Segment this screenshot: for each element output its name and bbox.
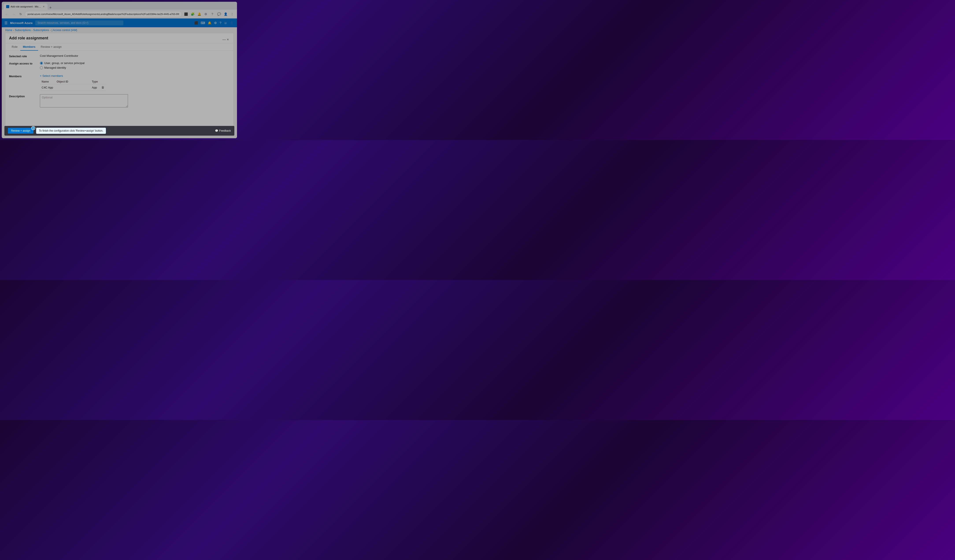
url-input[interactable]: [25, 11, 182, 17]
new-tab-button[interactable]: +: [48, 6, 53, 10]
tab-review-assign[interactable]: Review + assign: [38, 44, 64, 51]
radio-user-input[interactable]: [40, 62, 43, 65]
breadcrumb-sep2: ›: [31, 29, 32, 31]
selected-role-value: Cost Management Contributor: [40, 54, 78, 58]
radio-managed-option[interactable]: Managed identity: [40, 66, 85, 69]
tabs-container: Role Members Review + assign: [6, 44, 233, 51]
feedback-small-icon[interactable]: 💬: [216, 11, 222, 17]
breadcrumb: Home › Subscriptions › Subscriptions › |…: [2, 27, 237, 33]
table-row: C4C App App 🗑: [40, 84, 106, 91]
member-objectid: [55, 84, 90, 91]
description-textarea[interactable]: [40, 94, 128, 108]
selected-role-label: Selected role: [9, 54, 40, 58]
panel-header: Add role assignment — ×: [6, 33, 233, 44]
radio-managed-input[interactable]: [40, 66, 43, 69]
forward-button[interactable]: →: [11, 11, 17, 17]
feedback-icon: 💬: [215, 129, 218, 132]
azure-account-icon[interactable]: 👤: [229, 20, 234, 25]
col-header-type: Type: [90, 79, 100, 84]
breadcrumb-subscriptions2[interactable]: Subscriptions: [33, 29, 49, 32]
screenshot-icon[interactable]: ⬛: [183, 11, 189, 17]
azure-search-input[interactable]: [35, 20, 123, 25]
col-header-objectid: Object ID: [55, 79, 90, 84]
selected-role-row: Selected role Cost Management Contributo…: [9, 54, 230, 58]
azure-portal-icon[interactable]: ⬛: [193, 20, 199, 25]
description-row: Description: [9, 94, 230, 108]
assign-access-row: Assign access to User, group, or service…: [9, 61, 230, 71]
select-members-button[interactable]: + Select members: [40, 74, 63, 78]
member-name: C4C App: [40, 84, 55, 91]
azure-logo: Microsoft Azure: [10, 21, 33, 25]
members-table: Name Object ID Type C4C App: [40, 79, 106, 91]
back-button[interactable]: ←: [3, 11, 10, 17]
extensions-icon[interactable]: 🧩: [189, 11, 196, 17]
more-icon[interactable]: ⋮: [229, 11, 235, 17]
toolbar-icons: ⬛ 🧩 🔔 ⚙ ? 💬 👤 ⋮: [183, 11, 235, 17]
add-role-assignment-panel: Add role assignment — × Role Members Rev…: [5, 33, 233, 135]
description-label: Description: [9, 94, 40, 98]
members-label: Members: [9, 74, 40, 78]
review-assign-button[interactable]: Review + assign 8: [8, 128, 33, 134]
azure-notifications-icon[interactable]: 🔔: [207, 20, 212, 25]
tab-close-button[interactable]: ×: [42, 5, 45, 9]
settings-icon[interactable]: ⚙: [203, 11, 209, 17]
assign-access-options: User, group, or service principal Manage…: [40, 61, 85, 71]
account-icon[interactable]: 👤: [222, 11, 229, 17]
feedback-label: Feedback: [219, 129, 231, 132]
col-header-name: Name: [40, 79, 55, 84]
tab-title: Add role assignment - Micros...: [11, 5, 41, 8]
help-icon[interactable]: ?: [209, 11, 215, 17]
breadcrumb-sep1: ›: [13, 29, 14, 31]
reload-button[interactable]: ↻: [17, 11, 24, 17]
tab-bar: Add role assignment - Micros... × +: [2, 2, 237, 10]
hamburger-icon[interactable]: ☰: [5, 21, 8, 25]
assign-access-label: Assign access to: [9, 61, 40, 65]
panel-title: Add role assignment: [9, 36, 221, 43]
feedback-button[interactable]: 💬 Feedback: [215, 129, 231, 132]
azure-feedback-icon[interactable]: ☺: [223, 20, 228, 25]
breadcrumb-subscriptions[interactable]: Subscriptions: [15, 29, 31, 32]
members-row: Members + Select members Name Object ID …: [9, 74, 230, 91]
panel-close-button[interactable]: ×: [226, 37, 230, 42]
member-type: App: [90, 84, 100, 91]
azure-header-icons: ⬛ ⌨ 🔔 ⚙ ? ☺ 👤: [193, 20, 234, 25]
breadcrumb-sep3: ›: [50, 29, 51, 31]
form-content: Selected role Cost Management Contributo…: [6, 51, 233, 114]
notifications-icon[interactable]: 🔔: [196, 11, 202, 17]
main-content: Home › Subscriptions › Subscriptions › |…: [2, 27, 237, 138]
radio-user-label: User, group, or service principal: [44, 61, 85, 65]
delete-member-icon[interactable]: 🗑: [101, 86, 104, 89]
tab-favicon: [6, 5, 9, 8]
browser-tab[interactable]: Add role assignment - Micros... ×: [3, 3, 48, 10]
azure-settings-icon[interactable]: ⚙: [213, 20, 218, 25]
tab-members[interactable]: Members: [20, 44, 38, 51]
breadcrumb-home[interactable]: Home: [5, 29, 13, 32]
radio-managed-label: Managed identity: [44, 66, 66, 69]
bottom-bar: Review + assign 8 To finish the configur…: [5, 126, 234, 136]
members-content: + Select members Name Object ID Type: [40, 74, 106, 91]
member-delete-cell: 🗑: [100, 84, 106, 91]
panel-dash: —: [222, 37, 226, 42]
azure-header: ☰ Microsoft Azure ⬛ ⌨ 🔔 ⚙ ? ☺ 👤: [2, 19, 237, 27]
azure-cloudshell-icon[interactable]: ⌨: [200, 20, 206, 25]
azure-help-icon[interactable]: ?: [219, 20, 222, 25]
badge-number: 8: [31, 126, 35, 130]
radio-user-option[interactable]: User, group, or service principal: [40, 61, 85, 65]
breadcrumb-iam[interactable]: | Access control (IAM): [52, 29, 77, 32]
tooltip-bubble: To finish the configuration click 'Revie…: [36, 128, 106, 134]
tab-role[interactable]: Role: [9, 44, 20, 51]
col-header-actions: [100, 79, 106, 84]
url-bar: ← → ↻ ⬛ 🧩 🔔 ⚙ ? 💬 👤 ⋮: [2, 10, 237, 19]
